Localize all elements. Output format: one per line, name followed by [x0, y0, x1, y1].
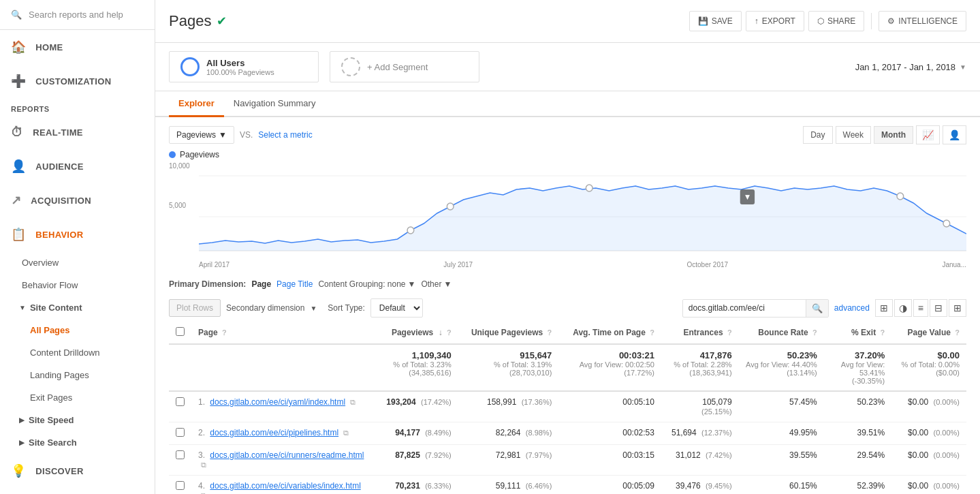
th-pct-exit[interactable]: % Exit ? [824, 322, 891, 344]
tab-explorer[interactable]: Explorer [169, 91, 224, 117]
row-page-link[interactable]: docs.gitlab.com/ee/ci/runners/readme.htm… [210, 450, 364, 460]
other-arrow-icon: ▼ [443, 279, 452, 289]
intelligence-button[interactable]: ⚙ INTELLIGENCE [879, 11, 966, 31]
dim-content-grouping-dropdown[interactable]: Content Grouping: none ▼ [318, 279, 415, 289]
pivot-view-button[interactable]: ⊟ [930, 299, 947, 317]
th-pageviews[interactable]: Pageviews ↓ ? [373, 322, 458, 344]
sidebar-item-audience[interactable]: 👤 AUDIENCE [0, 149, 155, 183]
row-checkbox[interactable] [176, 481, 185, 490]
table-view-buttons: ⊞ ◑ ≡ ⊟ ⊞ [875, 299, 966, 317]
date-range-value: Jan 1, 2017 - Jan 1, 2018 [855, 62, 955, 72]
th-page-value[interactable]: Page Value ? [891, 322, 966, 344]
realtime-icon: ⏱ [11, 125, 23, 140]
select-all-checkbox[interactable] [176, 327, 185, 336]
sidebar-group-site-speed[interactable]: ▶ Site Speed [0, 409, 155, 431]
row-avg-time: 00:02:53 [622, 428, 654, 437]
metric-pageviews-button[interactable]: Pageviews ▼ [169, 126, 234, 144]
sidebar-item-home[interactable]: 🏠 HOME [0, 30, 155, 64]
pct-exit-info-icon: ? [880, 328, 885, 337]
sidebar-reports-label: Reports [0, 98, 155, 116]
sidebar-item-behavior[interactable]: 📋 BEHAVIOR [0, 217, 155, 251]
line-chart-button[interactable]: 📈 [916, 125, 940, 144]
grid-view-button[interactable]: ⊞ [875, 299, 893, 317]
sidebar-item-discover[interactable]: 💡 DISCOVER [0, 454, 155, 488]
sidebar-item-landing-pages[interactable]: Landing Pages [0, 364, 155, 386]
sidebar-item-all-pages[interactable]: All Pages [0, 319, 155, 341]
dim-page-link[interactable]: Page [251, 279, 271, 289]
segment-all-users[interactable]: All Users 100.00% Pageviews [169, 51, 319, 82]
secondary-dim-dropdown-icon: ▼ [310, 305, 317, 312]
svg-point-5 [447, 203, 454, 210]
summary-bounce: 50.23% [746, 350, 817, 360]
segment-add[interactable]: + Add Segment [330, 51, 479, 82]
bounce-rate-info-icon: ? [812, 328, 817, 337]
sidebar-group-site-content[interactable]: ▼ Site Content [0, 296, 155, 319]
advanced-link[interactable]: advanced [834, 303, 870, 313]
svg-marker-3 [199, 186, 966, 251]
export-button[interactable]: ↑ EXPORT [746, 11, 804, 31]
summary-bounce-sub: Avg for View: 44.40% (13.14%) [746, 360, 817, 377]
row-page-link[interactable]: docs.gitlab.com/ee/ci/pipelines.html [210, 428, 338, 437]
row-pageviews: 87,825 [395, 450, 420, 460]
dim-other-dropdown[interactable]: Other ▼ [421, 279, 452, 289]
month-button[interactable]: Month [874, 126, 913, 144]
table-search-input[interactable] [683, 300, 806, 316]
row-value-cell: $0.00 (0.00%) [891, 391, 966, 422]
date-range-selector[interactable]: Jan 1, 2017 - Jan 1, 2018 ▼ [855, 62, 966, 72]
save-button[interactable]: 💾 SAVE [689, 11, 742, 31]
row-value-cell: $0.00 (0.00%) [891, 476, 966, 495]
row-unique: 59,111 [496, 481, 521, 491]
row-value: $0.00 [908, 481, 928, 491]
sidebar: 🔍 Search reports and help 🏠 HOME ➕ CUSTO… [0, 0, 155, 494]
sidebar-item-overview[interactable]: Overview [0, 251, 155, 274]
th-bounce-rate[interactable]: Bounce Rate ? [739, 322, 824, 344]
map-view-button[interactable]: ⊞ [949, 299, 966, 317]
metric-label: Pageviews [176, 130, 216, 140]
bar-chart-button[interactable]: 👤 [943, 125, 966, 144]
vs-text: VS. [240, 130, 253, 140]
th-avg-time[interactable]: Avg. Time on Page ? [558, 322, 661, 344]
sidebar-item-acquisition[interactable]: ↗ ACQUISITION [0, 183, 155, 217]
th-unique-pageviews[interactable]: Unique Pageviews ? [458, 322, 559, 344]
behavior-icon: 📋 [11, 227, 26, 242]
sidebar-discover-label: DISCOVER [35, 466, 83, 476]
sidebar-item-behavior-flow[interactable]: Behavior Flow [0, 274, 155, 296]
week-button[interactable]: Week [836, 126, 871, 144]
dim-page-title-link[interactable]: Page Title [276, 279, 313, 289]
row-checkbox[interactable] [176, 450, 185, 459]
sidebar-group-site-search[interactable]: ▶ Site Search [0, 431, 155, 454]
sort-type-select[interactable]: Default [370, 298, 423, 318]
day-button[interactable]: Day [803, 126, 832, 144]
table-search-button[interactable]: 🔍 [806, 300, 828, 317]
share-button[interactable]: ⬡ SHARE [808, 11, 864, 31]
table-row: 1. docs.gitlab.com/ee/ci/yaml/index.html… [169, 391, 966, 422]
sidebar-search-container[interactable]: 🔍 Search reports and help [0, 0, 155, 30]
sidebar-item-customization[interactable]: ➕ CUSTOMIZATION [0, 64, 155, 98]
pivot-icon: ⊟ [934, 303, 943, 313]
tab-navigation-summary[interactable]: Navigation Summary [224, 91, 326, 117]
sidebar-item-content-drilldown[interactable]: Content Drilldown [0, 341, 155, 364]
sidebar-item-admin[interactable]: ⚙️ ADMIN [0, 488, 155, 494]
th-entrances[interactable]: Entrances ? [661, 322, 739, 344]
summary-entrances-cell: 417,876 % of Total: 2.28% (18,363,941) [661, 344, 739, 391]
plot-rows-button[interactable]: Plot Rows [169, 299, 221, 317]
row-checkbox[interactable] [176, 397, 185, 406]
chart-container: 10,000 5,000 ▼ [169, 162, 966, 271]
row-page-link[interactable]: docs.gitlab.com/ee/ci/yaml/index.html [210, 397, 345, 407]
row-entrances: 51,694 [671, 428, 697, 437]
row-checkbox-cell [169, 391, 191, 422]
bar-view-button[interactable]: ≡ [913, 299, 928, 317]
row-page-link[interactable]: docs.gitlab.com/ee/ci/variables/index.ht… [210, 481, 360, 491]
summary-unique-cell: 915,647 % of Total: 3.19% (28,703,010) [458, 344, 559, 391]
th-page[interactable]: Page ? [191, 322, 373, 344]
sidebar-search-placeholder[interactable]: Search reports and help [29, 10, 123, 20]
select-metric-link[interactable]: Select a metric [258, 130, 312, 140]
sidebar-item-realtime[interactable]: ⏱ REAL-TIME [0, 116, 155, 149]
x-label-april: April 2017 [199, 261, 230, 268]
sidebar-item-exit-pages[interactable]: Exit Pages [0, 386, 155, 409]
row-checkbox[interactable] [176, 428, 185, 437]
segment-add-label: + Add Segment [367, 62, 428, 72]
x-label-october: October 2017 [686, 261, 728, 268]
row-pageviews: 193,204 [386, 397, 415, 407]
pie-view-button[interactable]: ◑ [894, 299, 912, 317]
